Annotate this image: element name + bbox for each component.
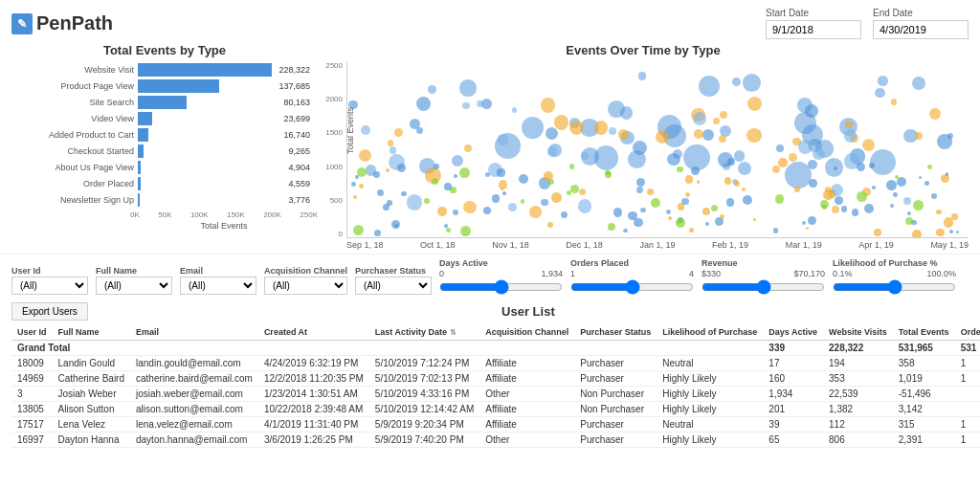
- bar-fill: [138, 177, 141, 190]
- grand-total-label: Grand Total: [11, 341, 763, 356]
- filter-userid: User Id (All): [11, 266, 88, 295]
- scatter-dot: [512, 107, 518, 113]
- scatter-dot: [546, 127, 558, 140]
- table-cell: 3: [11, 387, 53, 402]
- revenue-min: $330: [702, 269, 721, 278]
- scatter-dot: [857, 163, 865, 171]
- scatter-dot: [481, 99, 492, 109]
- scatter-chart-title: Events Over Time by Type: [318, 43, 969, 57]
- bar-x-axis: 0K 50K 100K 150K 200K 250K: [11, 211, 318, 219]
- scatter-dot: [738, 162, 751, 175]
- table-cell: Lena Velez: [53, 417, 130, 433]
- table-cell: 18009: [11, 356, 53, 371]
- table-cell: 353: [823, 371, 893, 387]
- days-active-slider[interactable]: [439, 279, 563, 295]
- filter-orders-label: Orders Placed: [570, 258, 694, 268]
- scatter-dot: [459, 167, 470, 178]
- scatter-dot: [578, 199, 591, 212]
- scatter-dot: [778, 158, 788, 167]
- scatter-dot: [726, 198, 735, 207]
- filter-likelihood: Likelihood of Purchase % 0.1% 100.0%: [833, 258, 956, 295]
- scatter-dot: [913, 200, 924, 211]
- scatter-dot: [947, 133, 953, 139]
- filter-email-select[interactable]: (All): [180, 277, 256, 295]
- filter-status-select[interactable]: (All): [355, 277, 432, 295]
- bar-label: Website Visit: [19, 65, 134, 75]
- scatter-dot: [359, 149, 371, 162]
- filter-userid-select[interactable]: (All): [11, 277, 88, 295]
- scatter-dot: [541, 199, 547, 206]
- scatter-dot: [463, 201, 477, 214]
- scatter-dot: [809, 179, 817, 188]
- scatter-x-label: Jan 1, 19: [639, 240, 675, 250]
- scatter-dot: [702, 129, 714, 141]
- scatter-dot: [857, 191, 866, 201]
- end-date-field: End Date: [873, 8, 969, 39]
- bar-row: Site Search80,163: [19, 96, 310, 109]
- filter-revenue-label: Revenue: [702, 258, 825, 268]
- scatter-dot: [386, 168, 390, 173]
- scatter-dot: [605, 170, 611, 176]
- scatter-dot: [502, 191, 506, 195]
- bar-row: About Us Page View4,904: [19, 161, 310, 174]
- table-cell: 1: [955, 371, 980, 387]
- scatter-x-labels: Sep 1, 18Oct 1, 18Nov 1, 18Dec 1, 18Jan …: [346, 238, 969, 252]
- table-cell: 4/1/2019 11:31:40 PM: [258, 417, 369, 433]
- filter-email: Email (All): [180, 266, 256, 295]
- table-title: User List: [88, 304, 969, 319]
- scatter-dot: [678, 203, 685, 211]
- scatter-dot: [613, 208, 622, 216]
- scatter-dot: [432, 178, 438, 185]
- scatter-dot: [554, 115, 568, 129]
- scatter-dot: [775, 194, 785, 204]
- revenue-range-values: $330 $70,170: [702, 269, 825, 278]
- filter-fullname-select[interactable]: (All): [96, 277, 172, 295]
- table-cell: Highly Likely: [657, 433, 763, 448]
- scatter-dot: [434, 164, 439, 169]
- scatter-dot: [691, 166, 700, 175]
- table-row: 18009Landin Gouldlandin.gould@email.com4…: [11, 356, 980, 371]
- scatter-dot: [638, 72, 647, 80]
- scatter-dot: [878, 76, 888, 86]
- scatter-dot: [685, 192, 690, 197]
- table-cell: 1/23/2014 1:30:51 AM: [258, 387, 369, 402]
- col-orders-placed: Orders Placed: [955, 324, 980, 341]
- col-website-visits: Website Visits: [823, 324, 893, 341]
- export-button[interactable]: Export Users: [11, 302, 88, 321]
- end-date-input[interactable]: [873, 20, 969, 39]
- scatter-dot: [446, 228, 450, 232]
- scatter-dot: [618, 129, 629, 140]
- bar-label: About Us Page View: [19, 163, 134, 172]
- table-cell: lena.velez@email.com: [130, 417, 258, 433]
- scatter-dot: [711, 205, 718, 211]
- table-cell: Purchaser: [574, 371, 657, 387]
- table-cell: 1: [955, 433, 980, 448]
- scatter-dot: [666, 210, 671, 214]
- table-cell: landin.gould@email.com: [130, 356, 258, 371]
- revenue-slider[interactable]: [702, 279, 825, 295]
- scatter-dot: [823, 189, 834, 200]
- filter-channel-select[interactable]: (All): [264, 277, 347, 295]
- scatter-dot: [832, 206, 839, 213]
- scatter-dot: [497, 168, 504, 176]
- table-row: 14969Catherine Bairdcatherine.baird@emai…: [11, 371, 980, 387]
- scatter-dot: [416, 127, 423, 134]
- bar-value: 228,322: [278, 65, 310, 75]
- scatter-dot: [734, 150, 745, 161]
- table-cell: Purchaser: [574, 417, 657, 433]
- orders-slider[interactable]: [570, 279, 694, 295]
- scatter-chart-section: Events Over Time by Type 2500 2000 1500 …: [318, 43, 969, 254]
- bar-value: 4,904: [288, 163, 310, 172]
- scatter-dot: [919, 176, 922, 179]
- scatter-dot: [946, 172, 949, 176]
- start-date-input[interactable]: [766, 20, 861, 39]
- table-cell: 160: [763, 371, 823, 387]
- table-cell: 16997: [11, 433, 53, 448]
- table-cell: -51,496: [893, 387, 955, 402]
- scatter-x-label: Feb 1, 19: [712, 240, 748, 250]
- table-cell: [955, 387, 980, 402]
- scatter-dot: [397, 164, 406, 172]
- table-cell: Landin Gould: [53, 356, 130, 371]
- likelihood-slider[interactable]: [833, 279, 956, 295]
- scatter-dot: [668, 216, 672, 220]
